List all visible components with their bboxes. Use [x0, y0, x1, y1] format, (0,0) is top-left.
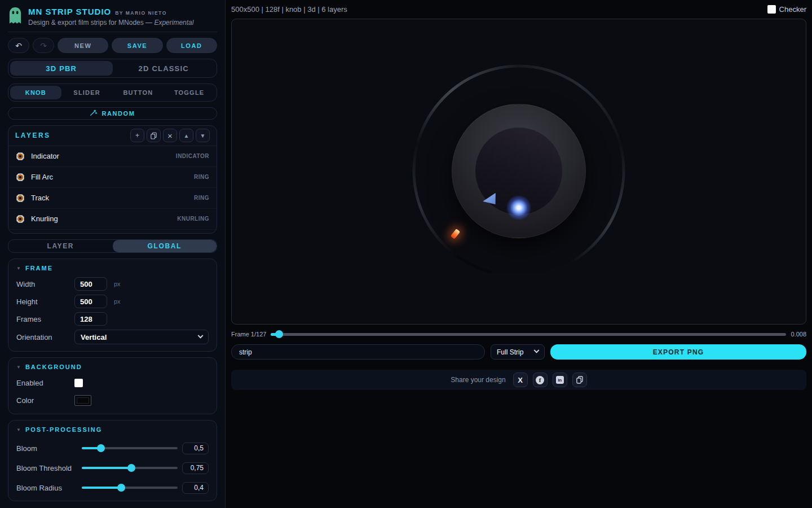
ghost-logo-icon	[8, 7, 23, 27]
layers-title: LAYERS	[15, 132, 51, 139]
collapse-caret-icon: ▼	[16, 266, 21, 271]
height-label: Height	[16, 297, 70, 306]
app-title: MN STRIP STUDIO	[28, 7, 111, 16]
undo-button[interactable]: ↶	[8, 38, 29, 53]
bloom-slider-thumb[interactable]	[97, 444, 105, 452]
app-header: MN STRIP STUDIO BY MARIO NIETO Design & …	[8, 7, 217, 32]
facebook-icon: f	[536, 376, 544, 384]
preview-canvas[interactable]	[231, 19, 806, 325]
save-button[interactable]: SAVE	[112, 38, 162, 53]
new-button[interactable]: NEW	[58, 38, 108, 53]
background-section-header[interactable]: ▼ BACKGROUND	[16, 364, 209, 370]
layer-visibility-eye-icon[interactable]	[16, 173, 25, 182]
background-color-label: Color	[16, 396, 70, 405]
linkedin-icon: in	[556, 376, 564, 384]
x-twitter-icon: X	[518, 376, 523, 384]
delete-layer-button[interactable]: ×	[163, 129, 177, 142]
undo-icon: ↶	[15, 41, 22, 50]
layer-row[interactable]: Knurling KNURLING	[8, 209, 217, 230]
share-linkedin-button[interactable]: in	[553, 373, 567, 387]
bloom-threshold-value[interactable]: 0,75	[182, 462, 209, 474]
tab-slider[interactable]: SLIDER	[61, 86, 113, 99]
redo-icon: ↷	[40, 41, 47, 50]
sidebar: MN STRIP STUDIO BY MARIO NIETO Design & …	[0, 0, 226, 508]
wand-icon	[90, 109, 97, 117]
bloom-radius-value[interactable]: 0,4	[182, 482, 209, 494]
bloom-value[interactable]: 0,5	[182, 443, 209, 454]
height-unit: px	[114, 298, 121, 305]
tab-layer[interactable]: LAYER	[8, 240, 113, 252]
frame-slider[interactable]	[271, 333, 786, 336]
checker-toggle: Checker	[767, 5, 806, 14]
app-subtitle: Design & export film strips for MNodes —…	[28, 19, 193, 27]
filename-input[interactable]	[231, 344, 485, 360]
frames-label: Frames	[16, 315, 70, 323]
background-enabled-checkbox[interactable]	[74, 379, 83, 387]
layer-row[interactable]: Cap CAP	[8, 230, 217, 234]
chevron-down-icon	[198, 332, 204, 338]
frame-section-header[interactable]: ▼ FRAME	[16, 265, 209, 271]
tab-knob[interactable]: KNOB	[10, 86, 61, 99]
tab-3d-pbr[interactable]: 3D PBR	[10, 61, 113, 76]
height-input[interactable]	[74, 295, 107, 308]
checker-checkbox[interactable]	[767, 5, 776, 14]
frame-slider-thumb[interactable]	[275, 330, 283, 338]
bloom-threshold-slider-thumb[interactable]	[127, 464, 135, 472]
layer-row[interactable]: Track RING	[8, 188, 217, 209]
tab-2d-classic[interactable]: 2D CLASSIC	[113, 61, 215, 76]
toolbar: ↶ ↷ NEW SAVE LOAD	[8, 38, 217, 53]
bloom-radius-label: Bloom Radius	[16, 484, 77, 492]
app-subtitle-experimental: Experimental	[154, 19, 193, 27]
move-layer-up-button[interactable]: ▲	[179, 129, 193, 142]
collapse-caret-icon: ▼	[16, 365, 21, 370]
copy-icon	[151, 132, 157, 139]
checker-label: Checker	[779, 5, 806, 14]
preview-area: 500x500 | 128f | knob | 3d | 6 layers Ch…	[226, 0, 812, 508]
layers-panel: LAYERS + × ▲ ▼ Indicator INDICATOR Fill …	[8, 125, 217, 234]
bloom-threshold-slider[interactable]	[82, 467, 178, 469]
move-layer-down-button[interactable]: ▼	[196, 129, 210, 142]
export-row: Full Strip EXPORT PNG	[231, 344, 806, 360]
bloom-slider[interactable]	[82, 447, 178, 449]
chevron-down-icon	[534, 348, 540, 353]
add-layer-button[interactable]: +	[130, 129, 144, 142]
bloom-radius-slider[interactable]	[82, 487, 178, 489]
tab-toggle[interactable]: TOGGLE	[164, 86, 215, 99]
width-label: Width	[16, 280, 70, 288]
share-bar: Share your design X f in	[231, 370, 806, 390]
frames-input[interactable]	[74, 312, 107, 326]
orientation-select[interactable]: Vertical	[74, 330, 209, 344]
layer-visibility-eye-icon[interactable]	[16, 214, 25, 224]
tab-button[interactable]: BUTTON	[113, 86, 164, 99]
knob-led-glow	[506, 195, 531, 220]
load-button[interactable]: LOAD	[166, 38, 217, 53]
share-facebook-button[interactable]: f	[533, 373, 548, 387]
layer-visibility-eye-icon[interactable]	[16, 152, 25, 161]
preview-status-text: 500x500 | 128f | knob | 3d | 6 layers	[231, 5, 347, 14]
duplicate-layer-button[interactable]	[147, 129, 161, 142]
layer-row[interactable]: Indicator INDICATOR	[8, 146, 217, 167]
background-enabled-label: Enabled	[16, 379, 70, 387]
share-x-button[interactable]: X	[513, 373, 528, 387]
frame-section: ▼ FRAME Width px Height px Frames Orient…	[8, 259, 217, 352]
redo-button[interactable]: ↷	[33, 38, 54, 53]
layer-visibility-eye-icon[interactable]	[16, 194, 25, 203]
width-unit: px	[114, 281, 121, 287]
control-type-tabs: KNOB SLIDER BUTTON TOGGLE	[8, 84, 217, 102]
random-button[interactable]: RANDOM	[8, 107, 217, 119]
copy-link-button[interactable]	[572, 373, 587, 387]
frame-counter: Frame 1/127	[231, 331, 266, 338]
strip-mode-select[interactable]: Full Strip	[491, 344, 545, 360]
tab-global[interactable]: GLOBAL	[113, 240, 217, 252]
background-color-swatch[interactable]	[74, 395, 91, 406]
background-section: ▼ BACKGROUND Enabled Color	[8, 357, 217, 414]
export-png-button[interactable]: EXPORT PNG	[550, 344, 806, 360]
frame-scrubber-row: Frame 1/127 0.008	[231, 329, 806, 339]
bloom-radius-row: Bloom Radius 0,4	[16, 481, 209, 494]
layer-row[interactable]: Fill Arc RING	[8, 167, 217, 188]
post-processing-section-header[interactable]: ▼ POST-PROCESSING	[16, 426, 209, 433]
bloom-radius-slider-thumb[interactable]	[117, 484, 125, 492]
width-input[interactable]	[74, 277, 107, 291]
bloom-row: Bloom 0,5	[16, 442, 209, 454]
post-processing-section: ▼ POST-PROCESSING Bloom 0,5 Bloom Thresh…	[8, 420, 217, 501]
